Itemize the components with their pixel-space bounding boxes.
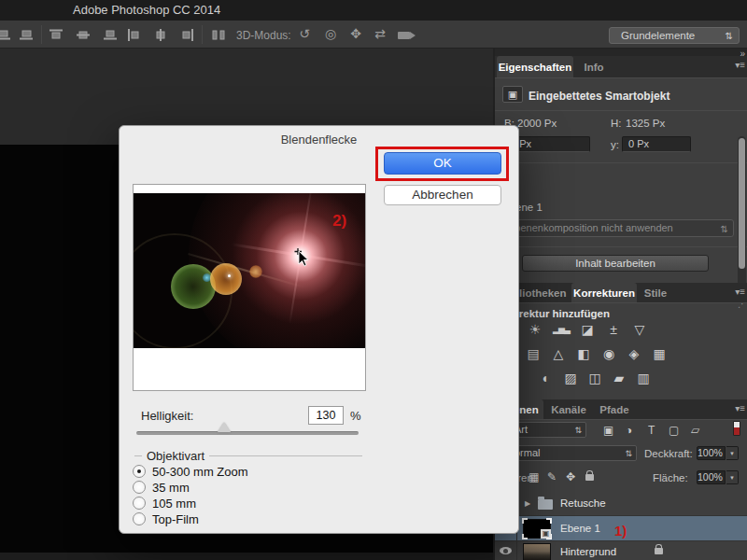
color-lookup-icon[interactable]: ▦ xyxy=(649,345,669,362)
layer-comp-select[interactable]: Ebenenkomposition nicht anwenden ⇅ xyxy=(500,219,734,237)
edit-content-button[interactable]: Inhalt bearbeiten xyxy=(522,255,709,272)
lens-flare-dialog: Blendenflecke 2) O xyxy=(119,125,519,534)
background-lock-icon xyxy=(655,548,663,554)
layer-name[interactable]: Ebene 1 xyxy=(560,523,600,534)
y-label: y: xyxy=(611,139,619,150)
lens-option-35mm[interactable]: 35 mm xyxy=(133,480,357,495)
scrollbar-thumb[interactable] xyxy=(739,138,745,269)
filter-smart-objects-icon[interactable]: ▱ xyxy=(691,424,699,437)
cancel-button[interactable]: Abbrechen xyxy=(384,185,501,205)
filter-shape-layers-icon[interactable]: ▢ xyxy=(669,424,679,437)
lock-pixels-icon[interactable]: ✎ xyxy=(547,470,557,483)
workspace-dropdown[interactable]: Grundelemente ⇅ xyxy=(609,27,740,44)
window-bottom-edge xyxy=(0,553,493,560)
opacity-dropdown-icon[interactable]: ▼ xyxy=(726,446,739,460)
properties-scrollbar[interactable] xyxy=(738,136,746,301)
align-vertical-centers-icon[interactable] xyxy=(76,28,91,40)
properties-tabbar: Eigenschaften Info ▾≡ xyxy=(495,56,747,78)
disclosure-triangle-icon[interactable]: ▶ xyxy=(525,499,530,508)
gradient-map-icon[interactable]: ▰ xyxy=(609,370,629,386)
fill-field[interactable]: 100% xyxy=(697,470,726,484)
properties-panel: ▣ Eingebettetes Smartobjekt B: 2000 Px H… xyxy=(495,78,747,283)
hue-saturation-icon[interactable]: ▤ xyxy=(523,345,543,362)
tab-kanaele[interactable]: Kanäle xyxy=(545,399,592,419)
panel-menu-icon[interactable]: ▾≡ xyxy=(735,60,745,70)
panel-menu-icon[interactable]: ▾≡ xyxy=(735,403,745,413)
lens-option-50-300[interactable]: 50-300 mm Zoom xyxy=(133,464,357,479)
brightness-slider-thumb[interactable] xyxy=(218,422,231,432)
radio-icon[interactable] xyxy=(133,512,146,525)
divider xyxy=(495,246,747,247)
filter-type-layers-icon[interactable]: T xyxy=(648,424,655,437)
brightness-contrast-icon[interactable]: ☀ xyxy=(525,321,545,338)
lock-position-icon[interactable]: ✥ xyxy=(566,470,575,483)
align-right-edges-icon[interactable] xyxy=(19,28,34,40)
selection-corner xyxy=(522,518,528,524)
radio-icon[interactable] xyxy=(133,481,146,494)
distribute-horizontal-centers-icon[interactable] xyxy=(153,28,168,40)
layer-name[interactable]: Retusche xyxy=(560,497,606,509)
layer-row-ebene1[interactable]: ▣ Ebene 1 1) xyxy=(495,516,747,541)
brightness-field[interactable]: 130 xyxy=(308,406,344,425)
vibrance-icon[interactable]: ▽ xyxy=(629,321,650,338)
y-position-field[interactable]: 0 Px xyxy=(622,136,691,152)
updown-arrows-icon: ⇅ xyxy=(625,447,632,461)
photo-filter-icon[interactable]: ◉ xyxy=(599,345,619,362)
tab-stile[interactable]: Stile xyxy=(639,283,672,302)
posterize-icon[interactable]: ▨ xyxy=(560,370,581,386)
height-value: 1325 Px xyxy=(626,118,665,129)
opacity-field[interactable]: 100% xyxy=(697,446,726,460)
tab-korrekturen[interactable]: Korrekturen xyxy=(571,283,637,302)
lock-all-icon[interactable] xyxy=(585,474,594,481)
layer-thumbnail[interactable]: ▣ xyxy=(523,519,551,539)
tab-info[interactable]: Info xyxy=(575,56,613,77)
channel-mixer-icon[interactable]: ◈ xyxy=(624,345,644,362)
panel-menu-icon[interactable]: ▾≡ xyxy=(735,287,745,297)
distribute-spacing-icon[interactable] xyxy=(211,28,226,40)
align-top-edges-icon[interactable] xyxy=(49,28,63,40)
radio-icon[interactable] xyxy=(133,465,146,478)
lens-option-105mm[interactable]: 105 mm xyxy=(133,496,357,511)
tab-pfade[interactable]: Pfade xyxy=(594,399,635,419)
filter-adjustment-layers-icon[interactable]: ◑ xyxy=(626,424,632,437)
3d-pan-icon[interactable]: ✥ xyxy=(347,26,364,41)
brightness-slider-track[interactable] xyxy=(136,431,359,435)
eye-icon[interactable] xyxy=(500,547,512,554)
lock-transparency-icon[interactable]: ▦ xyxy=(529,470,539,483)
distribute-left-icon[interactable] xyxy=(127,28,142,40)
layer-row-hintergrund[interactable]: Hintergrund xyxy=(495,541,747,560)
height-label: H: xyxy=(611,118,622,129)
align-bottom-edges-icon[interactable] xyxy=(103,28,118,40)
align-left-edges-icon[interactable] xyxy=(0,28,11,40)
fill-label: Fläche: xyxy=(653,472,688,483)
toolbar-separator xyxy=(202,25,203,44)
radio-label: Top-Film xyxy=(152,512,199,526)
color-balance-icon[interactable]: △ xyxy=(548,345,569,362)
updown-arrows-icon: ⇅ xyxy=(574,424,582,438)
levels-icon[interactable]: ▂▅▃ xyxy=(551,321,571,338)
invert-icon[interactable]: ◐ xyxy=(536,370,557,386)
filter-pixel-layers-icon[interactable]: ▣ xyxy=(603,424,613,437)
black-white-icon[interactable]: ◧ xyxy=(573,345,594,362)
photoshop-window: Adobe Photoshop CC 2014 3D-Modus: ↺ ◎ ✥ … xyxy=(0,0,747,560)
visibility-column[interactable] xyxy=(495,541,517,560)
3d-orbit-icon[interactable]: ↺ xyxy=(296,26,313,41)
radio-icon[interactable] xyxy=(133,497,146,510)
curves-icon[interactable]: ◪ xyxy=(577,321,598,338)
threshold-icon[interactable]: ◫ xyxy=(585,370,605,386)
fill-dropdown-icon[interactable]: ▼ xyxy=(726,470,739,484)
tab-eigenschaften[interactable]: Eigenschaften xyxy=(497,56,573,77)
layer-filter-toggle[interactable] xyxy=(733,421,740,436)
properties-header: Eingebettetes Smartobjekt xyxy=(529,90,669,103)
3d-camera-icon[interactable] xyxy=(398,32,410,39)
3d-roll-icon[interactable]: ◎ xyxy=(322,26,339,41)
exposure-icon[interactable]: ± xyxy=(603,321,624,338)
layer-row-retusche[interactable]: ▶ Retusche xyxy=(495,491,747,516)
selective-color-icon[interactable]: ▥ xyxy=(633,370,654,386)
flare-preview-image[interactable]: 2) xyxy=(134,193,365,348)
distribute-right-icon[interactable] xyxy=(179,28,194,40)
lens-option-top-film[interactable]: Top-Film xyxy=(133,511,357,526)
layer-thumbnail[interactable] xyxy=(523,543,551,560)
layer-name[interactable]: Hintergrund xyxy=(560,546,616,557)
3d-slide-icon[interactable]: ⇄ xyxy=(372,26,388,41)
